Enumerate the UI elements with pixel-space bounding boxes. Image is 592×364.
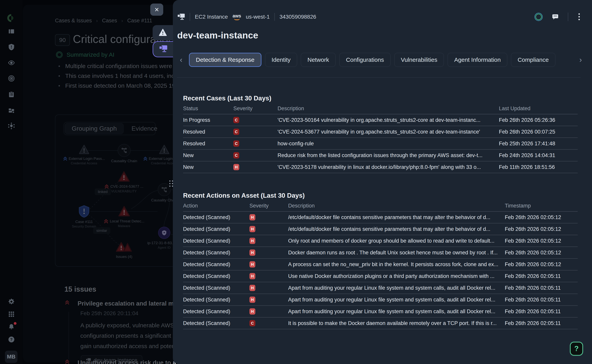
table-row[interactable]: Detected (Scanned)H/etc/default/docker f…	[183, 212, 578, 223]
clipboard-list-icon[interactable]	[0, 88, 23, 101]
table-row[interactable]: Detected (Scanned)H/etc/default/docker f…	[183, 223, 578, 235]
asset-tabs: ‹ Detection & ResponseIdentityNetworkCon…	[177, 52, 585, 67]
tab-vulnerabilities[interactable]: Vulnerabilities	[394, 53, 444, 67]
tab-agent-information[interactable]: Agent Information	[447, 53, 507, 67]
column-header-description: Description	[277, 105, 499, 112]
action-timestamp: Feb 26th 2026 02:05:12	[505, 261, 578, 267]
case-description: 'CVE-2023-50164 vulnerability in org.apa…	[277, 117, 499, 123]
asset-blocks-icon[interactable]	[0, 104, 23, 117]
tab-network[interactable]: Network	[301, 53, 336, 67]
action-type: Detected (Scanned)	[183, 238, 249, 244]
modal-dim-overlay	[23, 0, 173, 364]
region-label: us-west-1	[246, 14, 270, 20]
asset-type-label: EC2 Instance	[195, 14, 228, 20]
action-type: Detected (Scanned)	[183, 320, 249, 326]
tabs-divider	[177, 77, 581, 78]
table-row[interactable]: Detected (Scanned)CIt is possible to mak…	[183, 318, 578, 329]
case-last-updated: Feb 11th 2026 18:51:56	[499, 164, 578, 170]
action-severity: C	[249, 320, 288, 326]
table-row[interactable]: Detected (Scanned)HA process can set the…	[183, 259, 578, 270]
action-type: Detected (Scanned)	[183, 273, 249, 279]
tab-configurations[interactable]: Configurations	[339, 53, 390, 67]
table-row[interactable]: Detected (Scanned)HOnly root and members…	[183, 235, 578, 247]
table-row[interactable]: In ProgressC'CVE-2023-50164 vulnerabilit…	[183, 114, 578, 126]
app-logo[interactable]	[7, 13, 16, 23]
case-severity: C	[233, 152, 277, 158]
table-row[interactable]: Detected (Scanned)HDocker daemon runs as…	[183, 247, 578, 259]
shield-alert-icon[interactable]	[0, 41, 23, 53]
action-timestamp: Feb 26th 2026 02:05:12	[505, 214, 578, 221]
case-status: Resolved	[183, 141, 233, 147]
alerts-side-tab[interactable]	[153, 25, 173, 40]
action-severity: H	[249, 249, 288, 256]
action-severity: H	[249, 214, 288, 221]
case-severity: C	[233, 129, 277, 135]
table-row[interactable]: NewH'CVE-2023-5178 vulnerability in linu…	[183, 161, 578, 173]
tab-compliance[interactable]: Compliance	[511, 53, 555, 67]
user-avatar[interactable]: MB	[5, 351, 18, 363]
tab-identity[interactable]: Identity	[265, 53, 297, 67]
action-severity: H	[249, 238, 288, 244]
tab-detection-response[interactable]: Detection & Response	[189, 53, 262, 67]
column-header-last-updated: Last Updated	[499, 105, 578, 112]
apps-grid-icon[interactable]	[0, 308, 23, 321]
app-sidebar: ? MB	[0, 0, 23, 364]
threat-burst-icon[interactable]	[0, 120, 23, 132]
table-row[interactable]: ResolvedC'CVE-2024-53677 vulnerability i…	[183, 126, 578, 138]
table-row[interactable]: Detected (Scanned)HApart from auditing y…	[183, 282, 578, 294]
bell-icon[interactable]	[0, 321, 23, 333]
table-row[interactable]: NewCReduce risk from the listed configur…	[183, 150, 578, 161]
action-description: /etc/default/docker file contains sensit…	[288, 226, 505, 232]
action-description: Docker daemon runs as root . The default…	[288, 250, 505, 256]
action-timestamp: Feb 26th 2026 02:05:12	[505, 238, 578, 244]
action-severity: H	[249, 261, 288, 267]
table-row[interactable]: Detected (Scanned)HUse native Docker aut…	[183, 270, 578, 282]
table-row[interactable]: ResolvedChow-config-ruleFeb 25th 2026 17…	[183, 138, 578, 150]
case-status: New	[183, 152, 233, 158]
action-description: /etc/default/docker file contains sensit…	[288, 214, 505, 221]
aws-logo-icon: aws	[233, 14, 241, 20]
recent-actions-section: Recent Actions on Asset (Last 30 Days) A…	[183, 192, 578, 329]
case-last-updated: Feb 26th 2026 05:26:36	[499, 117, 578, 123]
action-description: A process can set the no_new_priv bit in…	[288, 261, 505, 267]
action-severity: H	[249, 226, 288, 232]
table-row[interactable]: Detected (Scanned)HApart from auditing y…	[183, 306, 578, 318]
gear-icon[interactable]	[0, 296, 23, 308]
case-severity: H	[233, 164, 277, 170]
action-type: Detected (Scanned)	[183, 261, 249, 267]
tabs-scroll-left-icon[interactable]: ‹	[177, 56, 185, 64]
ai-assistant-icon[interactable]	[534, 13, 543, 21]
help-circle-icon[interactable]: ?	[0, 334, 23, 346]
case-severity: C	[233, 140, 277, 147]
chat-icon[interactable]	[552, 13, 559, 20]
dashboard-panels-icon[interactable]	[0, 25, 23, 38]
case-status: Resolved	[183, 129, 233, 135]
action-timestamp: Feb 26th 2026 02:05:12	[505, 226, 578, 232]
close-panel-button[interactable]: ×	[150, 4, 163, 16]
severity-badge: H	[249, 261, 255, 267]
column-header-action: Action	[183, 203, 249, 209]
action-description: Use native Docker authorization plugins …	[288, 273, 505, 279]
panel-resize-handle[interactable]	[169, 180, 173, 187]
asset-side-tab-active[interactable]	[153, 41, 173, 57]
action-timestamp: Feb 26th 2026 02:05:12	[505, 250, 578, 256]
eye-icon[interactable]	[0, 57, 23, 69]
severity-badge: C	[233, 152, 239, 158]
kebab-menu-icon[interactable]	[577, 12, 581, 21]
severity-badge: C	[233, 129, 239, 135]
action-description: Apart from auditing your regular Linux f…	[288, 297, 505, 303]
tabs-scroll-right-icon[interactable]: ›	[576, 56, 585, 64]
meta-divider	[190, 13, 190, 21]
severity-badge: H	[249, 249, 255, 256]
case-status: New	[183, 164, 233, 170]
target-rings-icon[interactable]	[0, 72, 23, 85]
help-button[interactable]: ?	[570, 342, 583, 356]
table-row[interactable]: Detected (Scanned)HApart from auditing y…	[183, 294, 578, 306]
severity-badge: H	[249, 285, 255, 291]
severity-badge: H	[249, 297, 255, 303]
asset-monitor-icon	[159, 45, 168, 53]
action-timestamp: Feb 26th 2026 02:05:11	[505, 308, 578, 315]
ec2-monitor-icon	[177, 13, 185, 20]
action-description: It is possible to make the Docker daemon…	[288, 320, 505, 326]
column-header-timestamp: Timestamp	[505, 203, 578, 209]
